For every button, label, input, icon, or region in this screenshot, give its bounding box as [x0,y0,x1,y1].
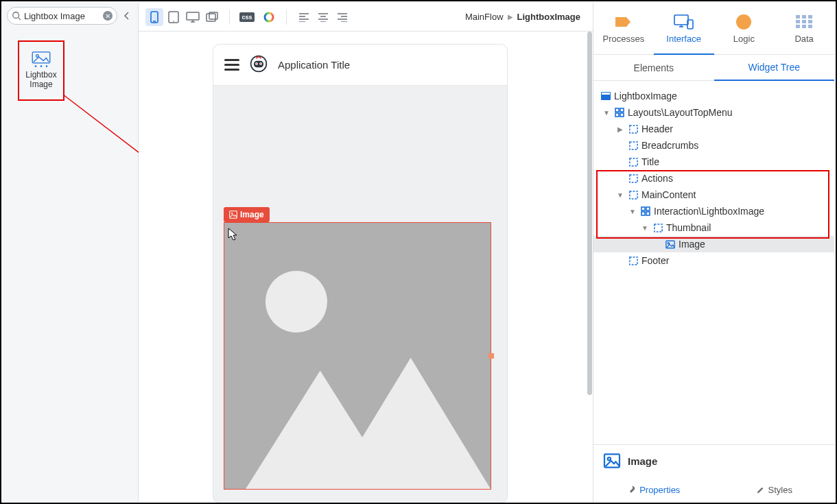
svg-point-38 [231,213,233,214]
align-right-button[interactable] [333,8,351,26]
tab-properties[interactable]: Properties [593,477,714,504]
property-tabs: Properties Styles [593,477,834,504]
tab-logic[interactable]: Logic [714,3,775,55]
placeholder-icon [628,255,639,266]
align-left-button[interactable] [295,8,313,26]
tree-maincontent[interactable]: ▼MainContent [593,187,834,203]
image-placeholder[interactable] [224,222,491,490]
breadcrumb: MainFlow ▶ LightboxImage [465,12,586,22]
chevron-right-icon: ▶ [508,13,513,21]
svg-point-0 [13,12,19,19]
wrench-icon [627,485,635,494]
tree-title[interactable]: Title [593,154,834,170]
tab-data[interactable]: Data [774,3,834,55]
resize-handle[interactable] [488,353,494,359]
svg-point-12 [173,21,174,22]
tree-toggle[interactable]: ▼ [615,191,625,199]
tree-lightbox[interactable]: ▼Interaction\LightboxImage [593,203,834,219]
collapse-left-button[interactable] [120,8,134,23]
svg-rect-16 [207,14,215,21]
widget-tree: LightboxImage ▼Layouts\LayoutTopMenu ▶He… [593,81,834,444]
tree-root[interactable]: LightboxImage [593,88,834,104]
svg-rect-68 [646,207,650,211]
device-tablet-button[interactable] [165,8,182,26]
menu-icon[interactable] [224,59,239,71]
svg-rect-55 [808,25,812,28]
toolbox-search-wrap: Lightbox Image ✕ [7,7,134,25]
canvas-column: css MainFlow ▶ LightboxImage Application… [139,3,593,504]
device-phone-button[interactable] [145,8,163,26]
tab-styles[interactable]: Styles [714,477,835,503]
tree-footer[interactable]: Footer [593,252,834,269]
app-logo-icon [249,54,268,76]
theme-editor-button[interactable] [260,8,278,26]
svg-marker-41 [228,228,237,240]
breadcrumb-current[interactable]: LightboxImage [517,12,580,22]
svg-rect-58 [615,108,619,112]
tab-interface[interactable]: Interface [654,3,714,55]
color-ring-icon [263,11,275,23]
tree-toggle[interactable]: ▼ [640,224,650,232]
cursor-icon [228,228,239,241]
brush-icon [756,486,764,494]
svg-rect-48 [802,15,806,19]
svg-rect-63 [629,141,637,149]
canvas[interactable]: Application Title Image [139,32,593,504]
svg-line-1 [19,18,21,21]
canvas-toolbar: css MainFlow ▶ LightboxImage [139,3,593,32]
svg-rect-61 [620,113,624,117]
tree-toggle[interactable]: ▼ [628,208,637,215]
svg-point-18 [265,13,273,21]
toolbox-widget-lightbox-image[interactable]: LightboxImage [18,40,64,101]
svg-rect-74 [629,256,637,264]
separator [229,10,230,25]
breadcrumb-mainflow[interactable]: MainFlow [465,12,504,22]
tree-toggle[interactable]: ▼ [602,109,611,117]
tree-header[interactable]: ▶Header [593,121,834,137]
svg-rect-2 [32,52,50,63]
right-panel: Processes Interface Logic Data Elements … [593,3,834,504]
tree-image[interactable]: Image [593,236,834,252]
placeholder-icon [628,140,639,151]
tree-layout[interactable]: ▼Layouts\LayoutTopMenu [593,104,834,121]
device-preview-group [145,8,221,26]
tree-tabs: Elements Widget Tree [593,55,834,81]
svg-rect-50 [796,20,800,23]
tree-breadcrumbs[interactable]: Breadcrumbs [593,137,834,154]
tab-elements[interactable]: Elements [593,55,714,80]
tree-thumbnail[interactable]: ▼Thumbnail [593,219,834,236]
tree-actions[interactable]: Actions [593,170,834,187]
svg-rect-51 [802,20,806,23]
svg-rect-66 [629,191,637,198]
scrollbar[interactable] [587,32,592,395]
svg-rect-43 [674,15,688,25]
image-icon [603,453,621,468]
svg-marker-42 [615,17,630,27]
svg-rect-70 [646,212,650,215]
clear-icon[interactable]: ✕ [103,11,113,21]
tab-widget-tree[interactable]: Widget Tree [714,55,835,81]
device-window-button[interactable] [203,8,221,26]
toolbox-search[interactable]: Lightbox Image ✕ [7,7,117,25]
svg-rect-53 [796,25,800,28]
align-center-button[interactable] [314,8,332,26]
search-icon [12,11,21,21]
tab-processes[interactable]: Processes [593,3,654,55]
tree-toggle[interactable]: ▶ [615,125,625,133]
css-button[interactable]: css [238,8,256,26]
placeholder-icon [628,123,639,134]
preview-header: Application Title [213,45,507,86]
image-icon [665,239,676,250]
properties-header: Image [593,444,834,477]
svg-point-5 [40,66,43,68]
selection-tag[interactable]: Image [224,207,270,222]
svg-rect-71 [654,224,661,231]
device-desktop-button[interactable] [184,8,202,26]
placeholder-mountains-icon [224,335,491,489]
placeholder-icon [628,173,639,184]
placeholder-icon [628,156,639,167]
svg-point-36 [260,63,261,64]
data-icon [796,13,812,31]
app-title: Application Title [278,59,350,71]
svg-rect-67 [641,207,645,211]
